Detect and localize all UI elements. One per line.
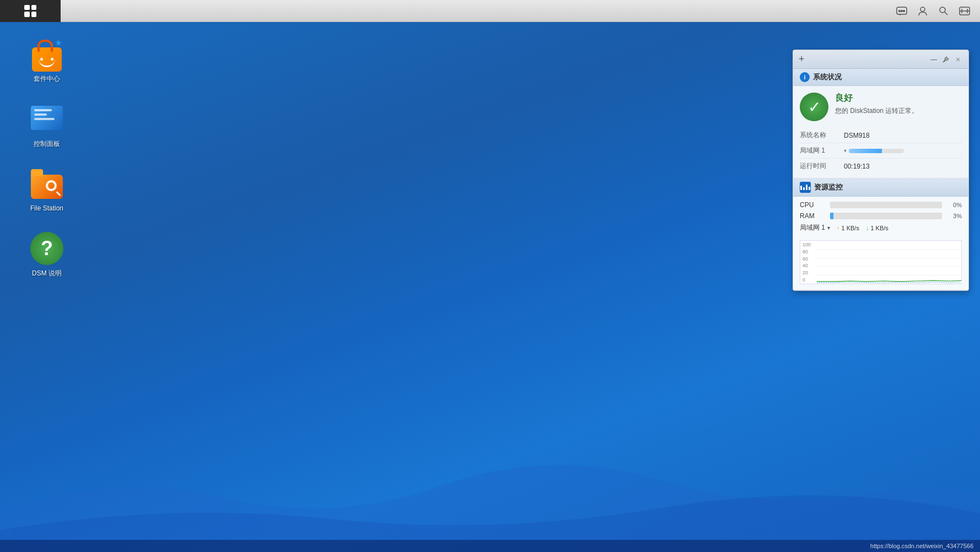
y-label-100: 100 [803, 242, 815, 247]
network-bar-fill [849, 149, 882, 153]
cpu-percent: 0% [945, 202, 962, 208]
uptime-label: 运行时间 [800, 161, 844, 171]
upload-speed-value: 1 KB/s [842, 225, 859, 231]
network-monitor-row: 局域网 1 ▾ ↑ 1 KB/s ↓ 1 KB/s [800, 223, 962, 232]
upload-speed: ↑ 1 KB/s [837, 225, 859, 231]
panel-close-button[interactable]: × [953, 55, 963, 64]
system-info-grid: 系统名称 DSM918 局域网 1 ▾ 运行时间 00:19:13 [793, 128, 968, 178]
desktop-wave [0, 359, 980, 552]
panel-plus-button[interactable]: + [799, 53, 805, 65]
desktop[interactable]: ★ 套件中心 控制面板 [0, 22, 980, 552]
chart-svg-area [817, 241, 961, 284]
uptime-value: 00:19:13 [844, 163, 870, 170]
dsm-help-label: DSM 说明 [32, 269, 62, 278]
network-row: 局域网 1 ▾ [800, 143, 962, 159]
svg-point-4 [920, 7, 925, 12]
download-speed-value: 1 KB/s [870, 225, 888, 231]
info-icon: i [800, 72, 810, 82]
system-status-body: ✓ 良好 您的 DiskStation 运转正常。 [793, 86, 968, 128]
panel-header: + — × [793, 50, 968, 69]
system-status-title: 系统状况 [813, 72, 842, 82]
y-label-40: 40 [803, 263, 815, 268]
desktop-icon-dsm-help[interactable]: ? DSM 说明 [22, 228, 72, 282]
chat-icon[interactable] [893, 2, 911, 20]
settings-icon[interactable] [956, 2, 973, 20]
system-status-section: i 系统状况 ✓ 良好 您的 DiskStation 运转正常。 系统名称 DS… [793, 69, 968, 178]
network-dropdown[interactable]: ▾ [827, 225, 830, 231]
pkg-center-label: 套件中心 [34, 75, 60, 84]
cpu-label: CPU [800, 201, 830, 209]
y-label-20: 20 [803, 270, 815, 275]
system-name-label: 系统名称 [800, 131, 844, 140]
status-bar-url: https://blog.csdn.net/weixin_43477566 [870, 543, 973, 549]
desktop-icon-pkg-center[interactable]: ★ 套件中心 [22, 33, 72, 87]
taskbar-logo[interactable] [0, 0, 61, 22]
status-description: 您的 DiskStation 运转正常。 [835, 106, 962, 116]
chart-area: 100 80 60 40 20 0 [793, 240, 968, 290]
taskbar [0, 0, 980, 22]
uptime-row: 运行时间 00:19:13 [800, 159, 962, 174]
resource-monitor-title: 资源监控 [814, 182, 843, 192]
resource-monitor-section: 资源监控 CPU 0% RAM 3% [793, 178, 968, 290]
user-icon[interactable] [914, 2, 931, 20]
chart-y-labels: 100 80 60 40 20 0 [800, 241, 817, 284]
status-ok-icon: ✓ [800, 93, 828, 121]
taskbar-right [893, 2, 980, 20]
system-status-header: i 系统状况 [793, 69, 968, 86]
desktop-icon-file-station[interactable]: File Station [22, 163, 72, 217]
svg-point-1 [901, 10, 903, 12]
resource-icon [800, 182, 811, 193]
panel-minimize-button[interactable]: — [929, 55, 939, 64]
search-icon[interactable] [935, 2, 952, 20]
file-station-label: File Station [30, 204, 63, 213]
y-label-80: 80 [803, 249, 815, 255]
ram-bar [830, 213, 942, 219]
status-panel: + — × i 系统状况 [793, 50, 969, 291]
download-arrow: ↓ [866, 225, 869, 231]
panel-header-left: + [799, 53, 808, 65]
desktop-icons: ★ 套件中心 控制面板 [22, 33, 72, 281]
svg-point-0 [898, 10, 901, 12]
panel-pin-button[interactable] [941, 55, 951, 64]
ram-bar-fill [830, 213, 833, 219]
status-bar: https://blog.csdn.net/weixin_43477566 [0, 540, 980, 552]
control-panel-label: 控制面板 [34, 140, 60, 149]
system-name-row: 系统名称 DSM918 [800, 128, 962, 143]
network-value: ▾ [844, 148, 904, 154]
status-good-text: 良好 [835, 93, 962, 104]
chart-container: 100 80 60 40 20 0 [800, 240, 962, 284]
system-name-value: DSM918 [844, 132, 870, 139]
desktop-icon-control-panel[interactable]: 控制面板 [22, 98, 72, 152]
network-monitor-label: 局域网 1 [800, 223, 825, 232]
ram-label: RAM [800, 212, 830, 220]
cpu-row: CPU 0% [800, 201, 962, 209]
status-text-area: 良好 您的 DiskStation 运转正常。 [835, 93, 962, 116]
net-speeds: ↑ 1 KB/s ↓ 1 KB/s [837, 225, 889, 231]
svg-point-5 [940, 7, 945, 13]
svg-line-6 [945, 12, 947, 15]
ram-percent: 3% [945, 213, 962, 219]
network-label: 局域网 1 [800, 146, 844, 155]
resource-body: CPU 0% RAM 3% 局域网 1 ▾ [793, 197, 968, 240]
grid-icon [24, 5, 36, 17]
panel-header-icons: — × [929, 55, 963, 64]
network-bar [849, 149, 904, 153]
y-label-0: 0 [803, 277, 815, 283]
download-speed: ↓ 1 KB/s [866, 225, 889, 231]
network-label-area: 局域网 1 ▾ [800, 223, 830, 232]
cpu-bar [830, 202, 942, 208]
y-label-60: 60 [803, 256, 815, 262]
resource-monitor-header: 资源监控 [793, 178, 968, 197]
help-circle: ? [30, 232, 63, 265]
upload-arrow: ↑ [837, 225, 840, 231]
ram-row: RAM 3% [800, 212, 962, 220]
svg-point-2 [903, 10, 905, 12]
